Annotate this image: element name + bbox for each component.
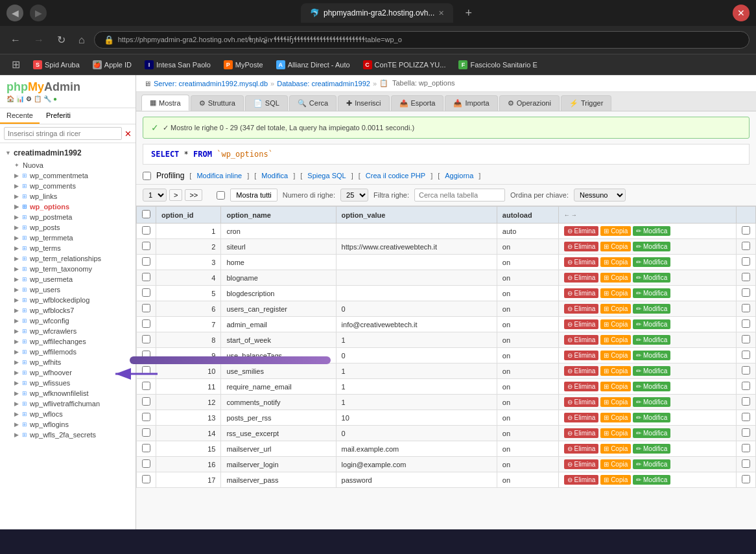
copy-button[interactable]: ⊞ Copia: [600, 382, 631, 391]
edit-button[interactable]: ✏ Modifica: [633, 335, 670, 345]
profiling-checkbox[interactable]: [143, 172, 151, 180]
search-clear-button[interactable]: ✕: [124, 129, 132, 139]
action-tab-importa[interactable]: 📥Importa: [445, 95, 497, 111]
database-root[interactable]: ▼ creatimadmin1992: [0, 146, 136, 160]
sidebar-search-input[interactable]: [4, 127, 122, 140]
row-checkbox[interactable]: [142, 304, 150, 312]
delete-button[interactable]: ⊖ Elimina: [564, 382, 599, 391]
copy-button[interactable]: ⊞ Copia: [600, 319, 631, 329]
row-trailing-checkbox[interactable]: [742, 475, 750, 483]
back-nav-button[interactable]: ←: [6, 32, 25, 49]
copy-button[interactable]: ⊞ Copia: [600, 257, 631, 267]
row-trailing-checkbox[interactable]: [742, 226, 750, 235]
sidebar-table-wp_users[interactable]: ▶⊞wp_users: [0, 284, 136, 295]
edit-button[interactable]: ✏ Modifica: [633, 366, 670, 376]
action-tab-sql[interactable]: 📄SQL: [245, 95, 288, 111]
sidebar-table-wp_comments[interactable]: ▶⊞wp_comments: [0, 181, 136, 191]
row-trailing-checkbox[interactable]: [742, 242, 750, 250]
copy-button[interactable]: ⊞ Copia: [600, 273, 631, 283]
recente-tab[interactable]: Recente: [0, 108, 40, 124]
action-tab-inserisci[interactable]: ✚Inserisci: [338, 95, 389, 111]
row-trailing-checkbox[interactable]: [742, 444, 750, 452]
action-tab-esporta[interactable]: 📤Esporta: [391, 95, 444, 111]
modifica-link[interactable]: Modifica: [261, 172, 288, 179]
delete-button[interactable]: ⊖ Elimina: [564, 288, 599, 298]
edit-button[interactable]: ✏ Modifica: [633, 242, 670, 251]
row-trailing-checkbox[interactable]: [742, 366, 750, 375]
url-bar[interactable]: 🔒 https://phpmyadmin-gra2.hosting.ovh.ne…: [94, 31, 750, 49]
row-checkbox[interactable]: [142, 319, 150, 328]
row-checkbox[interactable]: [142, 397, 150, 406]
bookmark-grid[interactable]: ⊞: [6, 56, 25, 73]
copy-button[interactable]: ⊞ Copia: [600, 304, 631, 314]
row-trailing-checkbox[interactable]: [742, 413, 750, 421]
next-page-button[interactable]: >: [169, 189, 182, 201]
copy-button[interactable]: ⊞ Copia: [600, 242, 631, 251]
copy-button[interactable]: ⊞ Copia: [600, 413, 631, 422]
row-trailing-checkbox[interactable]: [742, 288, 750, 297]
delete-button[interactable]: ⊖ Elimina: [564, 304, 599, 314]
sidebar-table-wp_posts[interactable]: ▶⊞wp_posts: [0, 222, 136, 233]
order-select[interactable]: Nessuno: [574, 189, 626, 202]
bookmark-apple-id[interactable]: 🍎 Apple ID: [88, 58, 137, 71]
edit-button[interactable]: ✏ Modifica: [633, 257, 670, 267]
row-trailing-checkbox[interactable]: [742, 273, 750, 281]
edit-button[interactable]: ✏ Modifica: [633, 459, 670, 469]
row-checkbox[interactable]: [142, 382, 150, 390]
aggiorna-link[interactable]: Aggiorna: [445, 172, 473, 179]
sidebar-table-wp_termmeta[interactable]: ▶⊞wp_termmeta: [0, 233, 136, 243]
edit-button[interactable]: ✏ Modifica: [633, 413, 670, 422]
row-trailing-checkbox[interactable]: [742, 382, 750, 390]
copy-button[interactable]: ⊞ Copia: [600, 459, 631, 469]
rows-per-page-select[interactable]: 25: [340, 189, 368, 202]
filter-input[interactable]: [414, 189, 505, 202]
action-tab-trigger[interactable]: ⚡Trigger: [561, 95, 611, 111]
edit-button[interactable]: ✏ Modifica: [633, 382, 670, 391]
tab-close-button[interactable]: ✕: [438, 9, 444, 17]
bookmark-fascicolo[interactable]: F Fascicolo Sanitario E: [453, 58, 542, 71]
edit-button[interactable]: ✏ Modifica: [633, 288, 670, 298]
forward-nav-button[interactable]: →: [30, 32, 48, 49]
close-window-button[interactable]: ✕: [733, 5, 750, 21]
delete-button[interactable]: ⊖ Elimina: [564, 273, 599, 283]
sidebar-table-wp_terms[interactable]: ▶⊞wp_terms: [0, 243, 136, 253]
sidebar-table-wp_wflivetraffichuman[interactable]: ▶⊞wp_wflivetraffichuman: [0, 398, 136, 409]
sidebar-table-wp_usermeta[interactable]: ▶⊞wp_usermeta: [0, 274, 136, 284]
row-checkbox[interactable]: [142, 257, 150, 266]
delete-button[interactable]: ⊖ Elimina: [564, 397, 599, 407]
delete-button[interactable]: ⊖ Elimina: [564, 444, 599, 454]
action-tab-struttura[interactable]: ⚙Struttura: [191, 95, 244, 111]
edit-button[interactable]: ✏ Modifica: [633, 397, 670, 407]
preferiti-tab[interactable]: Preferiti: [40, 108, 77, 124]
row-checkbox[interactable]: [142, 226, 150, 235]
sidebar-table-wp_wfhoover[interactable]: ▶⊞wp_wfhoover: [0, 367, 136, 378]
copy-button[interactable]: ⊞ Copia: [600, 226, 631, 236]
copy-button[interactable]: ⊞ Copia: [600, 444, 631, 454]
copy-button[interactable]: ⊞ Copia: [600, 397, 631, 407]
row-trailing-checkbox[interactable]: [742, 304, 750, 312]
th-option-id[interactable]: option_id: [156, 207, 221, 224]
row-trailing-checkbox[interactable]: [742, 257, 750, 266]
edit-button[interactable]: ✏ Modifica: [633, 226, 670, 236]
row-trailing-checkbox[interactable]: [742, 428, 750, 437]
crea-codice-link[interactable]: Crea il codice PHP: [366, 172, 425, 179]
sidebar-table-Nuova[interactable]: ✦Nuova: [0, 160, 136, 170]
action-tab-cerca[interactable]: 🔍Cerca: [289, 95, 337, 111]
home-button[interactable]: ⌂: [75, 32, 89, 49]
sidebar-table-wp_wfissues[interactable]: ▶⊞wp_wfissues: [0, 378, 136, 388]
edit-button[interactable]: ✏ Modifica: [633, 475, 670, 485]
edit-button[interactable]: ✏ Modifica: [633, 428, 670, 438]
sidebar-table-wp_options[interactable]: ▶⊞wp_options: [0, 202, 136, 212]
copy-button[interactable]: ⊞ Copia: [600, 428, 631, 438]
row-checkbox[interactable]: [142, 242, 150, 250]
row-checkbox[interactable]: [142, 413, 150, 421]
th-autoload[interactable]: autoload: [497, 207, 558, 224]
show-all-button[interactable]: Mostra tutti: [230, 189, 277, 202]
edit-button[interactable]: ✏ Modifica: [633, 351, 670, 360]
row-checkbox[interactable]: [142, 273, 150, 281]
reload-button[interactable]: ↻: [53, 31, 69, 49]
forward-button[interactable]: ▶: [30, 5, 47, 21]
delete-button[interactable]: ⊖ Elimina: [564, 242, 599, 251]
sidebar-table-wp_wffilemods[interactable]: ▶⊞wp_wffilemods: [0, 347, 136, 357]
row-trailing-checkbox[interactable]: [742, 335, 750, 343]
